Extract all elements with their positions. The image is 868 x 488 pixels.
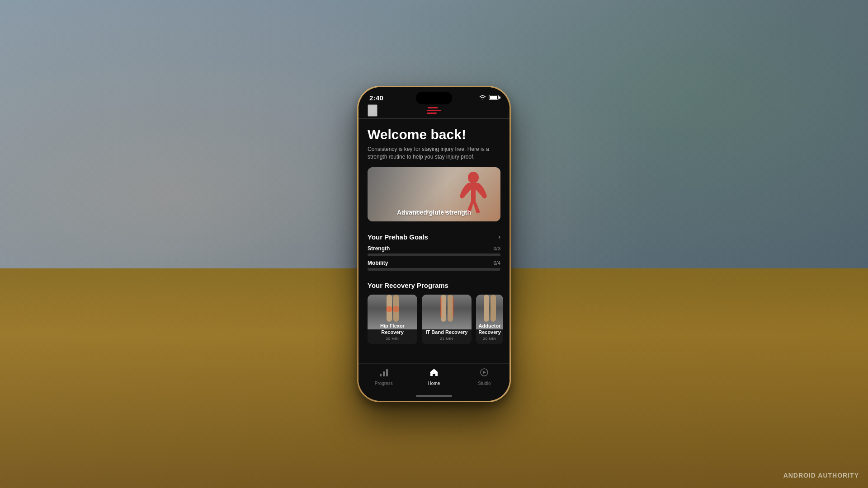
app-logo bbox=[427, 107, 442, 114]
svg-rect-10 bbox=[452, 297, 454, 317]
phone-device: 2:40 bbox=[357, 86, 511, 402]
progress-icon bbox=[379, 367, 389, 380]
goal-header-strength: Strength 0/3 bbox=[368, 245, 500, 252]
home-icon bbox=[429, 367, 439, 380]
welcome-subtitle: Consistency is key for staying injury fr… bbox=[368, 145, 500, 161]
logo-line-3 bbox=[427, 113, 437, 114]
tab-home[interactable]: Home bbox=[409, 367, 459, 386]
recovery-figure-it bbox=[422, 295, 472, 327]
svg-rect-14 bbox=[383, 371, 385, 376]
prehab-goals-section: Your Prehab Goals › Strength 0/3 bbox=[359, 226, 509, 271]
app-header bbox=[359, 105, 509, 118]
recovery-scroll[interactable]: Hip Flexor Recovery 20 MIN bbox=[359, 295, 509, 344]
phone-frame: 2:40 bbox=[357, 86, 511, 402]
tab-studio-label: Studio bbox=[478, 381, 491, 386]
recovery-card-hip-flexor[interactable]: Hip Flexor Recovery 20 MIN bbox=[368, 295, 417, 344]
goals-arrow-icon[interactable]: › bbox=[498, 233, 500, 240]
recovery-title: Your Recovery Programs bbox=[359, 282, 509, 289]
goal-row-mobility: Mobility 0/4 bbox=[368, 260, 500, 271]
recovery-figure-add bbox=[476, 295, 503, 327]
recovery-programs-section: Your Recovery Programs bbox=[359, 274, 509, 349]
tab-home-label: Home bbox=[428, 381, 440, 386]
home-indicator bbox=[416, 395, 452, 397]
recovery-card-it-band[interactable]: IT Band Recovery 21 MIN bbox=[422, 295, 472, 344]
logo-line-1 bbox=[428, 107, 438, 108]
svg-rect-11 bbox=[484, 295, 489, 322]
settings-button[interactable] bbox=[368, 104, 377, 117]
wifi-icon bbox=[479, 95, 486, 101]
logo-line-2 bbox=[427, 110, 441, 111]
studio-icon bbox=[479, 367, 489, 380]
recovery-card-adductor[interactable]: Adductor Recovery 20 MIN bbox=[476, 295, 503, 344]
svg-point-0 bbox=[468, 172, 479, 183]
recovery-card-meta-hip: 20 MIN bbox=[386, 337, 399, 341]
svg-point-6 bbox=[393, 306, 399, 312]
dynamic-island bbox=[416, 92, 452, 104]
svg-rect-13 bbox=[380, 374, 382, 376]
goal-bar-bg-mobility bbox=[368, 268, 500, 271]
goal-header-mobility: Mobility 0/4 bbox=[368, 260, 500, 266]
goal-bar-bg-strength bbox=[368, 253, 500, 256]
recovery-card-meta-adductor: 20 MIN bbox=[483, 337, 496, 341]
svg-rect-12 bbox=[491, 295, 496, 322]
svg-rect-9 bbox=[440, 297, 442, 317]
svg-rect-15 bbox=[386, 369, 388, 376]
recovery-figure-hip bbox=[368, 295, 417, 327]
status-time: 2:40 bbox=[369, 94, 383, 102]
recovery-card-title-it: IT Band Recovery bbox=[424, 329, 470, 335]
phone-inner: 2:40 bbox=[359, 87, 509, 401]
goals-title: Your Prehab Goals bbox=[368, 233, 428, 241]
scene: 2:40 bbox=[0, 0, 868, 488]
tab-progress[interactable]: Progress bbox=[359, 367, 409, 386]
welcome-section: Welcome back! Consistency is key for sta… bbox=[359, 119, 509, 226]
recovery-card-title-adductor: Adductor Recovery bbox=[476, 323, 503, 336]
battery-icon bbox=[489, 94, 499, 102]
recovery-card-title-hip: Hip Flexor Recovery bbox=[368, 323, 417, 336]
phone-screen: 2:40 bbox=[359, 87, 509, 401]
recovery-card-meta-it: 21 MIN bbox=[440, 337, 453, 341]
featured-workout-card[interactable]: Advanced glute strength 5 EXERCISES · 20… bbox=[368, 167, 500, 221]
goal-label-strength: Strength bbox=[368, 245, 390, 252]
welcome-title: Welcome back! bbox=[368, 127, 500, 142]
tab-progress-label: Progress bbox=[375, 381, 393, 386]
status-icons bbox=[479, 94, 499, 102]
watermark: ANDROID AUTHORITY bbox=[783, 472, 859, 479]
goals-header: Your Prehab Goals › bbox=[359, 226, 509, 245]
goal-progress-mobility: 0/4 bbox=[494, 260, 500, 266]
featured-workout-meta: 5 EXERCISES · 20 MINUTES bbox=[397, 210, 471, 214]
tab-bar: Progress Home bbox=[359, 363, 509, 395]
goals-container: Strength 0/3 Mobility bbox=[359, 245, 509, 271]
goal-progress-strength: 0/3 bbox=[494, 246, 500, 251]
screen-content[interactable]: Welcome back! Consistency is key for sta… bbox=[359, 119, 509, 363]
tab-studio[interactable]: Studio bbox=[459, 367, 509, 386]
svg-point-5 bbox=[386, 306, 392, 312]
goal-label-mobility: Mobility bbox=[368, 260, 388, 266]
goal-row-strength: Strength 0/3 bbox=[368, 245, 500, 256]
